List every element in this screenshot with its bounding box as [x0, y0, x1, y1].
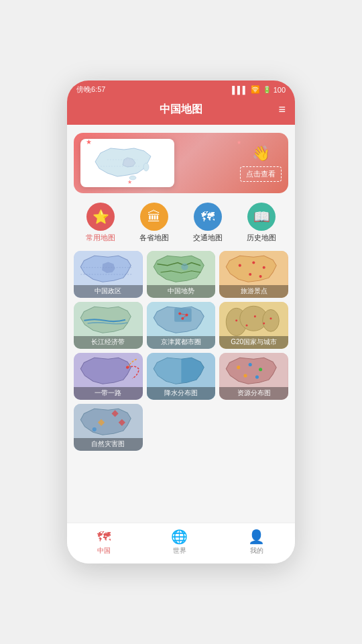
- map-jiangshui-label: 降水分布图: [147, 387, 216, 400]
- map-card-zaihai[interactable]: 自然灾害图: [74, 404, 143, 451]
- phone-frame: 傍晚6:57 ▌▌▌ 🛜 🔋 100 中国地图 ≡ ★: [67, 80, 295, 564]
- wave-icon: 👋: [252, 145, 270, 162]
- tab-gesheng-icon: 🏛: [140, 203, 168, 231]
- map-jingjinji-label: 京津冀都市圈: [147, 336, 216, 349]
- svg-point-36: [237, 366, 241, 369]
- header: 中国地图 ≡: [67, 97, 295, 125]
- tab-changyong-icon: ⭐: [86, 203, 115, 231]
- tab-changyong-label: 常用地图: [86, 233, 115, 243]
- svg-point-37: [249, 363, 252, 366]
- map-preview: [80, 139, 174, 187]
- svg-point-1: [129, 176, 136, 180]
- map-zhengqu-label: 中国政区: [74, 285, 143, 298]
- tab-gesheng[interactable]: 🏛 各省地图: [139, 203, 169, 243]
- map-zaihai-label: 自然灾害图: [74, 438, 143, 451]
- map-card-dishui[interactable]: 中国地势: [147, 251, 216, 298]
- svg-point-27: [235, 319, 237, 321]
- svg-point-8: [181, 264, 188, 270]
- bottom-nav-china[interactable]: 🗺 中国: [97, 529, 111, 555]
- svg-point-38: [259, 368, 262, 371]
- map-card-ziyuan[interactable]: 资源分布图: [219, 353, 288, 400]
- map-dishui-label: 中国地势: [147, 285, 216, 298]
- map-grid: 中国政区 中国地势: [74, 251, 288, 451]
- bottom-navigation: 🗺 中国 🌐 世界 👤 我的: [67, 523, 295, 564]
- map-ziyuan-label: 资源分布图: [219, 387, 288, 400]
- svg-point-29: [270, 317, 272, 319]
- bottom-nav-mine[interactable]: 👤 我的: [248, 529, 265, 555]
- svg-point-14: [259, 275, 262, 278]
- tab-lishi-label: 历史地图: [247, 233, 276, 243]
- map-lvyou-label: 旅游景点: [219, 285, 288, 298]
- china-map-svg: [87, 143, 168, 183]
- map-card-jiangshui[interactable]: 降水分布图: [147, 353, 216, 400]
- world-nav-label: 世界: [173, 546, 186, 555]
- svg-point-42: [93, 427, 97, 431]
- svg-point-33: [126, 366, 129, 369]
- world-nav-icon: 🌐: [171, 529, 188, 545]
- featured-banner[interactable]: ★ 👋 点击查看: [74, 133, 288, 193]
- tab-gesheng-label: 各省地图: [139, 233, 169, 243]
- banner-action: 👋 点击查看: [240, 145, 282, 182]
- tab-jiaotong-icon: 🗺: [194, 203, 222, 231]
- china-nav-icon: 🗺: [97, 529, 111, 545]
- wifi-icon: 🛜: [251, 85, 260, 94]
- svg-point-12: [263, 266, 265, 269]
- svg-point-31: [263, 322, 265, 324]
- star-decoration: ★: [237, 140, 241, 146]
- map-card-changjiang[interactable]: 长江经济带: [74, 302, 143, 349]
- svg-point-10: [239, 264, 241, 267]
- map-card-jingjinji[interactable]: 京津冀都市圈: [147, 302, 216, 349]
- svg-point-28: [254, 315, 256, 317]
- map-card-zhengqu[interactable]: 中国政区: [74, 251, 143, 298]
- svg-point-39: [244, 374, 247, 377]
- svg-point-13: [249, 273, 251, 276]
- map-card-lvyou[interactable]: 旅游景点: [219, 251, 288, 298]
- bottom-nav-world[interactable]: 🌐 世界: [171, 529, 188, 555]
- map-g20-label: G20国家与城市: [219, 336, 288, 349]
- svg-point-0: [143, 163, 149, 171]
- tab-lishi[interactable]: 📖 历史地图: [247, 203, 276, 243]
- main-content: ★ 👋 点击查看: [67, 125, 295, 523]
- mine-nav-icon: 👤: [248, 529, 265, 545]
- map-card-g20[interactable]: G20国家与城市: [219, 302, 288, 349]
- svg-point-30: [246, 324, 248, 326]
- category-tabs: ⭐ 常用地图 🏛 各省地图 🗺 交通地图 📖 历史地图: [74, 203, 288, 243]
- status-right: ▌▌▌ 🛜 🔋 100: [232, 85, 286, 94]
- map-yidaiyilu-label: 一带一路: [74, 387, 143, 400]
- tab-changyong[interactable]: ⭐ 常用地图: [86, 203, 115, 243]
- china-nav-label: 中国: [97, 546, 111, 555]
- view-button[interactable]: 点击查看: [240, 166, 282, 182]
- map-card-yidaiyilu[interactable]: 一带一路: [74, 353, 143, 400]
- tab-lishi-icon: 📖: [247, 203, 276, 231]
- page-title: 中国地图: [160, 103, 202, 117]
- battery-level: 100: [274, 86, 286, 94]
- map-changjiang-label: 长江经济带: [74, 336, 143, 349]
- tab-jiaotong[interactable]: 🗺 交通地图: [193, 203, 223, 243]
- svg-point-26: [263, 309, 280, 331]
- tab-jiaotong-label: 交通地图: [193, 233, 223, 243]
- menu-button[interactable]: ≡: [278, 103, 286, 117]
- svg-point-11: [253, 261, 255, 264]
- status-time: 傍晚6:57: [76, 85, 105, 95]
- mine-nav-label: 我的: [250, 546, 263, 555]
- signal-icon: ▌▌▌: [232, 86, 247, 94]
- svg-rect-17: [174, 308, 192, 322]
- battery-icon: 🔋: [263, 86, 271, 93]
- status-bar: 傍晚6:57 ▌▌▌ 🛜 🔋 100: [67, 80, 295, 97]
- svg-point-40: [255, 375, 259, 378]
